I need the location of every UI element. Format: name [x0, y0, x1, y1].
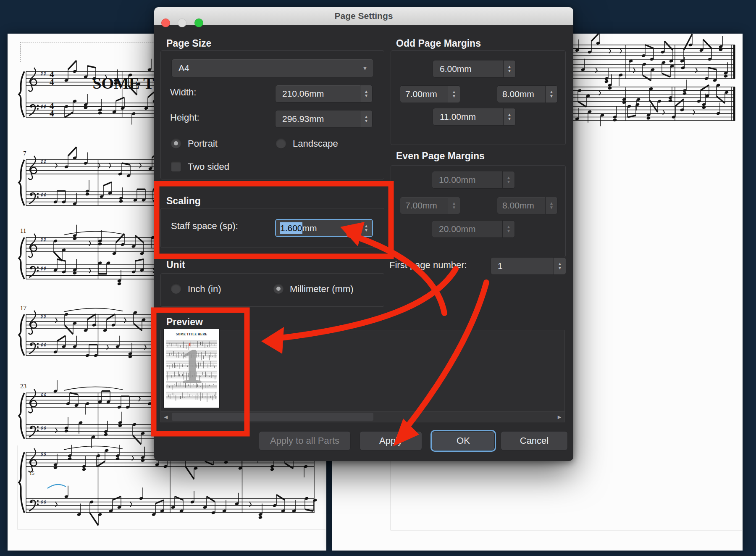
landscape-label: Landscape [293, 138, 338, 149]
apply-to-all-parts-button[interactable]: Apply to all Parts [259, 431, 351, 451]
preview-panel: SOME TITLE HERE1 ◀ ▶ [160, 330, 565, 422]
even-right-margin-field[interactable]: 8.00mm ▲▼ [497, 197, 558, 214]
svg-text:4: 4 [50, 77, 54, 87]
page-settings-dialog: Page Settings Page Size A4 ▼ Width: 210.… [154, 7, 573, 461]
odd-right-margin-field[interactable]: 8.00mm ▲▼ [497, 85, 558, 103]
svg-text:♯♯: ♯♯ [40, 341, 47, 349]
even-left-margin-field[interactable]: 7.00mm ▲▼ [400, 197, 460, 214]
odd-top-margin-field[interactable]: 6.00mm ▲▼ [433, 60, 516, 78]
svg-text:♯♯: ♯♯ [40, 451, 47, 458]
unit-heading: Unit [166, 259, 185, 271]
portrait-radio[interactable] [171, 138, 181, 149]
even-right-spinner-buttons[interactable]: ▲▼ [545, 197, 557, 214]
apply-button[interactable]: Apply [360, 431, 422, 451]
svg-text:♯♯: ♯♯ [40, 103, 47, 111]
svg-text:♯♯: ♯♯ [40, 391, 47, 399]
svg-text:11: 11 [20, 227, 26, 234]
even-margins-heading: Even Page Margins [396, 150, 485, 162]
height-label: Height: [170, 112, 200, 123]
scroll-left-icon[interactable]: ◀ [161, 412, 171, 422]
svg-text:♯♯: ♯♯ [40, 70, 47, 77]
even-left-spinner-buttons[interactable]: ▲▼ [448, 197, 460, 214]
scroll-right-icon[interactable]: ▶ [554, 412, 564, 422]
portrait-label: Portrait [188, 138, 218, 149]
odd-left-spinner-buttons[interactable]: ▲▼ [448, 86, 460, 103]
screen: SOME TITLE HERE ♯♯♯♯4444♯♯♯♯♯♯♯♯♯♯♯♯♯♯♯♯… [0, 0, 756, 556]
preview-thumbnail-art: SOME TITLE HERE1 [164, 329, 219, 408]
scrollbar-track[interactable] [171, 412, 554, 422]
staff-space-selected-text: 1.600 [280, 222, 302, 234]
svg-text:♯♯: ♯♯ [40, 191, 47, 199]
dialog-title: Page Settings [154, 7, 573, 25]
inch-radio[interactable] [171, 283, 181, 294]
first-page-number-label: First page number: [389, 260, 467, 271]
height-spinner-buttons[interactable]: ▲▼ [360, 111, 372, 127]
svg-text:♯♯: ♯♯ [40, 236, 47, 243]
first-page-spinner-buttons[interactable]: ▲▼ [554, 258, 566, 274]
staff-space-unit: mm [302, 223, 317, 233]
height-field[interactable]: 296.93mm ▲▼ [275, 110, 373, 128]
inch-label: Inch (in) [188, 284, 221, 295]
even-bottom-margin-field[interactable]: 20.00mm ▲▼ [432, 220, 515, 238]
page-size-select[interactable]: A4 ▼ [171, 59, 374, 77]
staff-space-label: Staff space (sp): [171, 221, 238, 232]
svg-text:♯♯: ♯♯ [40, 158, 47, 166]
two-sided-checkbox[interactable] [171, 161, 181, 172]
millimeter-radio[interactable] [273, 283, 284, 294]
width-label: Width: [170, 87, 196, 98]
preview-heading: Preview [166, 316, 203, 328]
preview-page-thumbnail[interactable]: SOME TITLE HERE1 [164, 329, 219, 408]
preview-scrollbar[interactable]: ◀ ▶ [161, 411, 564, 422]
dialog-titlebar[interactable]: Page Settings [154, 7, 573, 25]
staff-space-field[interactable]: 1.600mm ▲▼ [275, 219, 373, 237]
even-top-spinner-buttons[interactable]: ▲▼ [502, 171, 514, 188]
odd-top-spinner-buttons[interactable]: ▲▼ [503, 61, 515, 77]
svg-text:15: 15 [29, 470, 34, 476]
scaling-heading: Scaling [166, 195, 201, 207]
odd-margins-heading: Odd Page Margins [396, 38, 481, 49]
svg-text:17: 17 [20, 305, 27, 311]
cancel-button[interactable]: Cancel [501, 431, 568, 451]
svg-text:4: 4 [50, 108, 54, 119]
two-sided-label: Two sided [188, 161, 229, 172]
even-top-margin-field[interactable]: 10.00mm ▲▼ [432, 171, 515, 189]
chevron-down-icon: ▼ [357, 59, 373, 77]
svg-text:♯♯: ♯♯ [40, 313, 47, 320]
width-spinner-buttons[interactable]: ▲▼ [360, 85, 372, 102]
odd-right-spinner-buttons[interactable]: ▲▼ [545, 86, 557, 103]
odd-bottom-margin-field[interactable]: 11.00mm ▲▼ [433, 108, 516, 126]
scrollbar-thumb[interactable] [172, 413, 373, 421]
svg-text:23: 23 [20, 383, 26, 390]
landscape-radio[interactable] [276, 138, 286, 149]
odd-bottom-spinner-buttons[interactable]: ▲▼ [503, 108, 515, 125]
even-bottom-spinner-buttons[interactable]: ▲▼ [502, 221, 514, 237]
first-page-number-field[interactable]: 1 ▲▼ [491, 257, 566, 275]
width-field[interactable]: 210.06mm ▲▼ [275, 85, 373, 103]
svg-text:♯♯: ♯♯ [40, 424, 47, 432]
ok-button[interactable]: OK [432, 431, 495, 451]
staff-space-spinner-buttons[interactable]: ▲▼ [360, 220, 372, 236]
svg-text:7: 7 [23, 150, 26, 157]
odd-left-margin-field[interactable]: 7.00mm ▲▼ [400, 85, 460, 103]
svg-text:SOME TITLE HERE: SOME TITLE HERE [176, 332, 207, 336]
svg-text:♯♯: ♯♯ [40, 265, 47, 272]
millimeter-label: Millimeter (mm) [290, 284, 354, 295]
svg-text:♯♯: ♯♯ [40, 498, 47, 506]
page-size-heading: Page Size [166, 38, 211, 49]
svg-text:1: 1 [179, 339, 204, 394]
